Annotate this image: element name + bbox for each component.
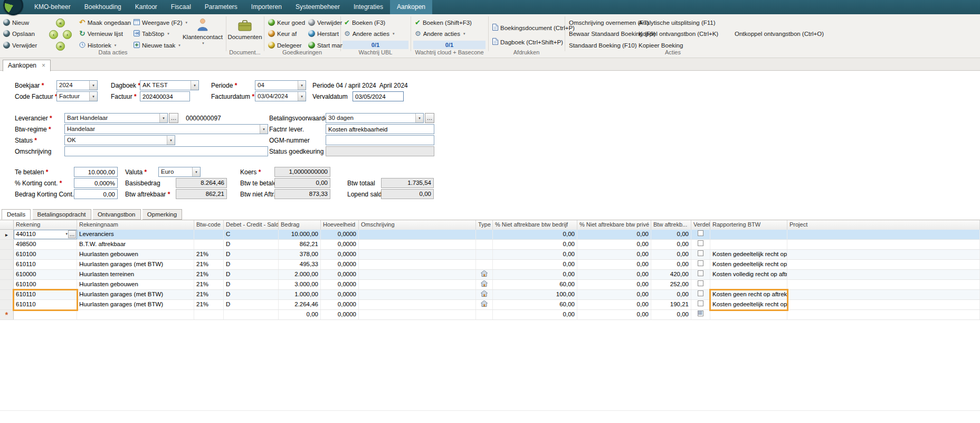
cell-omschrijving[interactable] bbox=[359, 270, 476, 279]
cell-project[interactable] bbox=[787, 270, 980, 279]
grid-row[interactable]: 610110Huurlasten garages (met BTW)21%D1.… bbox=[0, 290, 980, 300]
cell-rapportering[interactable] bbox=[710, 310, 787, 319]
menu-item-kantoor[interactable]: Kantoor bbox=[128, 0, 164, 14]
andere-acties-cloud-button[interactable]: ⚙ Andere acties ▾ bbox=[415, 29, 465, 38]
cell-bedrag[interactable]: 862,21 bbox=[279, 240, 321, 249]
cell-btwcode[interactable] bbox=[194, 310, 224, 319]
nieuwe-taak-button[interactable]: Nieuwe taak ▾ bbox=[134, 41, 180, 50]
koppel-ontvangstbon-button[interactable]: Koppel ontvangstbon (Ctrl+K) bbox=[639, 29, 718, 38]
cell-dcs[interactable]: C bbox=[224, 230, 279, 239]
dagboek-print-button[interactable]: Dagboek (Ctrl+Shift+P) bbox=[492, 37, 563, 46]
dagboek-combobox[interactable]: AK TEST ▾ bbox=[140, 80, 199, 90]
cell-hoeveelheid[interactable]: 0,0000 bbox=[321, 310, 359, 319]
cell-rekeningnaam[interactable]: Huurlasten garages (met BTW) bbox=[77, 300, 194, 309]
cell-type[interactable] bbox=[476, 230, 493, 239]
cell-dcs[interactable]: D bbox=[224, 270, 279, 279]
column-header-bedrag[interactable]: Bedrag bbox=[279, 220, 321, 230]
cell-omschrijving[interactable] bbox=[359, 250, 476, 259]
cell-btw_aftrekb[interactable]: 0,00 bbox=[651, 310, 691, 319]
nav-prev-button[interactable]: ‹ bbox=[49, 30, 58, 39]
ontkoppel-ontvangstbon-button[interactable]: Ontkoppel ontvangstbon (Ctrl+O) bbox=[735, 29, 824, 38]
cell-dcs[interactable]: D bbox=[224, 290, 279, 299]
leverancier-combobox[interactable]: Bart Handelaar ▾ bbox=[64, 113, 168, 123]
chevron-down-icon[interactable]: ▾ bbox=[167, 136, 175, 145]
kopieer-boeking-button[interactable]: Kopieer Boeking bbox=[639, 41, 683, 50]
cell-hoeveelheid[interactable]: 0,0000 bbox=[321, 290, 359, 299]
tab-details[interactable]: Details bbox=[2, 209, 31, 220]
cell-pct_bedrijf[interactable]: 0,00 bbox=[493, 270, 577, 279]
nieuw-button[interactable]: Nieuw bbox=[3, 18, 29, 27]
cell-btwcode[interactable]: 21% bbox=[194, 250, 224, 259]
grid-row[interactable]: 610100Huurlasten gebouwen21%D378,000,000… bbox=[0, 250, 980, 260]
cell-btw_aftrekb[interactable]: 0,00 bbox=[651, 290, 691, 299]
standaard-boeking-button[interactable]: Standaard Boeking (F10) bbox=[569, 41, 637, 50]
cell-btwcode[interactable]: 21% bbox=[194, 300, 224, 309]
cell-rekening[interactable]: 610000 bbox=[14, 270, 77, 279]
cell-btw_aftrekb[interactable]: 190,21 bbox=[651, 300, 691, 309]
cell-omschrijving[interactable] bbox=[359, 240, 476, 249]
cell-pct_bedrijf[interactable]: 0,00 bbox=[493, 310, 577, 319]
verdeel-checkbox[interactable] bbox=[698, 270, 703, 276]
cell-rekening[interactable]: 498500 bbox=[14, 240, 77, 249]
cell-btwcode[interactable]: 21% bbox=[194, 260, 224, 269]
cell-project[interactable] bbox=[787, 240, 980, 249]
cell-rekening[interactable]: 610110 bbox=[14, 290, 77, 299]
grid-row[interactable]: 498500B.T.W. aftrekbaarD862,210,00000,00… bbox=[0, 240, 980, 250]
chevron-down-icon[interactable]: ▾ bbox=[89, 92, 97, 101]
column-header-btw_aftrekb[interactable]: Btw aftrekb... bbox=[651, 220, 691, 230]
verdeel-checkbox[interactable] bbox=[698, 240, 703, 246]
chevron-down-icon[interactable]: ▾ bbox=[159, 114, 167, 123]
tab-opmerking[interactable]: Opmerking bbox=[142, 209, 182, 220]
cell-verdel[interactable] bbox=[691, 240, 710, 249]
verdeel-checkbox[interactable] bbox=[698, 280, 703, 286]
cell-pct_prive[interactable]: 0,00 bbox=[577, 240, 651, 249]
grid-row[interactable]: ▸440110▾…LeveranciersC10.000,000,00000,0… bbox=[0, 230, 980, 240]
cell-type[interactable] bbox=[476, 260, 493, 269]
cell-rapportering[interactable]: Kosten geen recht op aftrek bbox=[710, 290, 787, 299]
cell-omschrijving[interactable] bbox=[359, 230, 476, 239]
klantencontact-button[interactable]: Klantencontact ▾ bbox=[182, 18, 223, 45]
vernieuw-lijst-button[interactable]: ↻ Vernieuw lijst bbox=[79, 29, 123, 38]
weergave-button[interactable]: Weergave (F2) ▾ bbox=[134, 18, 187, 27]
cell-hoeveelheid[interactable]: 0,0000 bbox=[321, 230, 359, 239]
lookup-ellipsis-button[interactable]: … bbox=[68, 230, 76, 238]
cell-rapportering[interactable] bbox=[710, 280, 787, 289]
cell-btwcode[interactable]: 21% bbox=[194, 270, 224, 279]
cell-rekeningnaam[interactable]: Huurlasten garages (met BTW) bbox=[77, 290, 194, 299]
column-header-omschrijving[interactable]: Omschrijving bbox=[359, 220, 476, 230]
column-header-pct_bedrijf[interactable]: % Niet aftrekbare btw bedrijf bbox=[493, 220, 577, 230]
grid-row[interactable]: 610110Huurlasten garages (met BTW)21%D49… bbox=[0, 260, 980, 270]
factuur-input[interactable] bbox=[140, 91, 190, 101]
status-combobox[interactable]: OK ▾ bbox=[64, 135, 175, 145]
cell-hoeveelheid[interactable]: 0,0000 bbox=[321, 250, 359, 259]
cell-pct_bedrijf[interactable]: 60,00 bbox=[493, 280, 577, 289]
cell-dcs[interactable]: D bbox=[224, 240, 279, 249]
chevron-down-icon[interactable]: ▾ bbox=[298, 92, 306, 101]
cell-pct_prive[interactable]: 0,00 bbox=[577, 300, 651, 309]
cell-pct_prive[interactable]: 0,00 bbox=[577, 260, 651, 269]
cell-type[interactable] bbox=[476, 300, 493, 309]
document-tab-aankopen[interactable]: Aankopen × bbox=[3, 60, 51, 71]
tab-betalingsopdracht[interactable]: Betalingsopdracht bbox=[33, 209, 91, 220]
column-header-pct_prive[interactable]: % Niet aftrekbare btw privé bbox=[577, 220, 651, 230]
factuurdatum-picker[interactable]: 03/04/2024 ▾ bbox=[255, 91, 306, 101]
betalingsvoorwaarde-combobox[interactable]: 30 dagen ▾ bbox=[326, 113, 424, 123]
boeken-cloud-button[interactable]: ✔ Boeken (Shift+F3) bbox=[415, 18, 472, 27]
korting-bedrag-input[interactable] bbox=[74, 189, 118, 199]
cell-verdel[interactable] bbox=[691, 300, 710, 309]
nav-first-button[interactable]: « bbox=[56, 18, 65, 27]
cell-omschrijving[interactable] bbox=[359, 310, 476, 319]
verdeel-checkbox[interactable] bbox=[698, 230, 703, 236]
cell-btwcode[interactable]: 21% bbox=[194, 290, 224, 299]
cell-verdel[interactable] bbox=[691, 250, 710, 259]
cell-pct_prive[interactable]: 0,00 bbox=[577, 230, 651, 239]
cell-project[interactable] bbox=[787, 250, 980, 259]
cell-verdel[interactable] bbox=[691, 310, 710, 319]
cell-project[interactable] bbox=[787, 290, 980, 299]
betalingsvoorwaarde-lookup-button[interactable]: … bbox=[425, 113, 434, 123]
cell-bedrag[interactable]: 10.000,00 bbox=[279, 230, 321, 239]
chevron-down-icon[interactable]: ▾ bbox=[89, 81, 97, 90]
cell-bedrag[interactable]: 0,00 bbox=[279, 310, 321, 319]
cell-dcs[interactable]: D bbox=[224, 250, 279, 259]
cell-rekeningnaam[interactable]: B.T.W. aftrekbaar bbox=[77, 240, 194, 249]
